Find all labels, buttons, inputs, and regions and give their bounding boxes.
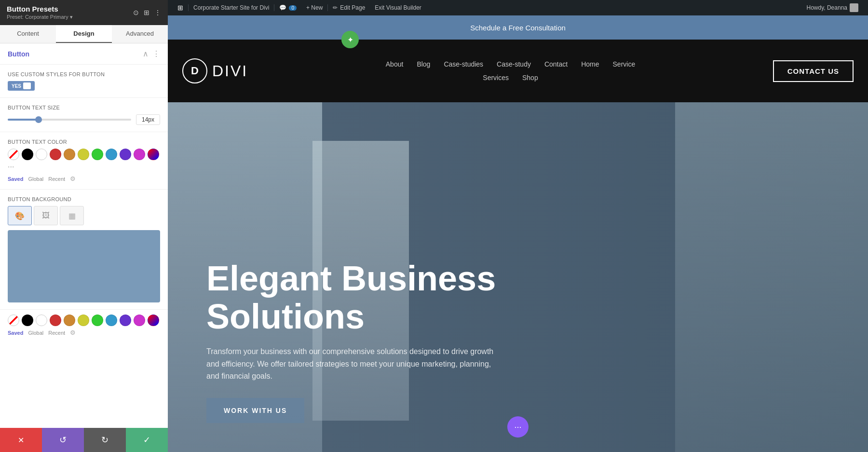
swatch-black[interactable] <box>22 149 33 160</box>
hero-content: Elegant Business Solutions Transform you… <box>206 260 544 423</box>
user-avatar <box>850 3 858 12</box>
nav-case-studies[interactable]: Case-studies <box>444 60 483 68</box>
swatch-indigo[interactable] <box>120 149 131 160</box>
bottom-recent-label[interactable]: Recent <box>48 330 65 336</box>
howdy-item[interactable]: Howdy, Deanna <box>802 0 864 15</box>
nav-case-study[interactable]: Case-study <box>497 60 531 68</box>
site-name-label: Corporate Starter Site for Divi <box>193 4 269 11</box>
swatch-yellow[interactable] <box>78 149 89 160</box>
bottom-swatch-violet[interactable] <box>134 315 145 326</box>
toggle-box <box>23 82 31 89</box>
redo-button[interactable]: ↻ <box>84 428 126 452</box>
site-name-item[interactable]: Corporate Starter Site for Divi <box>189 0 274 15</box>
bg-tab-pattern[interactable]: ▦ <box>60 206 84 225</box>
text-size-value[interactable]: 14px <box>136 114 160 125</box>
undo-icon: ↺ <box>59 435 67 445</box>
swatch-white[interactable] <box>36 149 47 160</box>
hero-description: Transform your business with our compreh… <box>206 345 496 383</box>
swatch-transparent[interactable] <box>8 149 19 160</box>
swatch-violet[interactable] <box>134 149 145 160</box>
confirm-button[interactable]: ✓ <box>126 428 168 452</box>
bg-label: Button Background <box>8 196 160 202</box>
bottom-global-label[interactable]: Global <box>28 330 43 336</box>
collapse-icon[interactable]: ∧ <box>143 49 149 58</box>
logo-circle: D <box>182 58 207 83</box>
use-custom-label: Use Custom Styles For Button <box>8 71 160 77</box>
slider-thumb[interactable] <box>35 116 42 123</box>
exit-builder-item[interactable]: Exit Visual Builder <box>370 0 426 15</box>
panel-icon-grid[interactable]: ⊞ <box>144 9 149 16</box>
divi-circle-button[interactable]: ✦ <box>341 31 359 48</box>
comment-icon: 💬 <box>279 4 286 11</box>
undo-button[interactable]: ↺ <box>42 428 84 452</box>
bottom-swatch-orange[interactable] <box>64 315 75 326</box>
panel-icon-more[interactable]: ⋮ <box>154 9 161 16</box>
text-size-track[interactable] <box>8 119 131 121</box>
nav-about[interactable]: About <box>386 60 404 68</box>
toggle-row: YES <box>8 81 160 91</box>
nav-contact[interactable]: Contact <box>544 60 568 68</box>
cancel-icon: ✕ <box>18 436 24 445</box>
nav-service[interactable]: Service <box>613 60 636 68</box>
saved-label[interactable]: Saved <box>8 176 23 182</box>
panel-icon-settings[interactable]: ⊙ <box>133 9 139 16</box>
tab-advanced[interactable]: Advanced <box>112 25 168 43</box>
float-dot-button[interactable]: ··· <box>507 416 529 438</box>
custom-styles-toggle[interactable]: YES <box>8 81 35 91</box>
new-item[interactable]: + New <box>301 0 327 15</box>
section-more-icon[interactable]: ⋮ <box>152 49 160 58</box>
nav-shop[interactable]: Shop <box>522 74 538 82</box>
bg-image-icon: 🖼 <box>42 211 50 220</box>
button-text-size-field: Button Text Size 14px <box>0 98 168 132</box>
tab-design[interactable]: Design <box>56 25 112 43</box>
nav-blog[interactable]: Blog <box>417 60 430 68</box>
swatch-red[interactable] <box>50 149 61 160</box>
contact-button[interactable]: CONTACT US <box>773 60 854 82</box>
color-gear-icon[interactable]: ⚙ <box>70 175 76 182</box>
redo-icon: ↻ <box>101 435 108 445</box>
nav-services[interactable]: Services <box>483 74 509 82</box>
color-swatches-top: ··· <box>8 149 160 171</box>
bottom-swatch-green[interactable] <box>92 315 103 326</box>
bottom-swatch-black[interactable] <box>22 315 33 326</box>
bg-tab-image[interactable]: 🖼 <box>34 206 58 225</box>
bottom-saved-label[interactable]: Saved <box>8 330 23 336</box>
bottom-swatches <box>8 315 160 326</box>
nav-home[interactable]: Home <box>581 60 599 68</box>
panel-subtitle[interactable]: Preset: Corporate Primary ▾ <box>7 14 73 20</box>
exit-builder-label: Exit Visual Builder <box>375 4 421 11</box>
announcement-bar: Schedule a Free Consultation <box>168 15 868 40</box>
bottom-swatch-yellow[interactable] <box>78 315 89 326</box>
swatch-more[interactable]: ··· <box>8 163 14 171</box>
bottom-gear-icon[interactable]: ⚙ <box>70 329 76 336</box>
text-size-slider-row: 14px <box>8 114 160 125</box>
swatch-orange[interactable] <box>64 149 75 160</box>
comments-item[interactable]: 💬 0 <box>274 0 301 15</box>
bottom-swatch-indigo[interactable] <box>120 315 131 326</box>
bg-tab-solid[interactable]: 🎨 <box>8 206 32 225</box>
tab-content[interactable]: Content <box>0 25 56 43</box>
cancel-button[interactable]: ✕ <box>0 428 42 452</box>
main-area: ✦ ⊞ Corporate Starter Site for Divi 💬 0 … <box>168 0 868 452</box>
swatch-gradient[interactable] <box>148 149 159 160</box>
wp-logo-item[interactable]: ⊞ <box>173 0 188 15</box>
site-nav: About Blog Case-studies Case-study Conta… <box>386 60 635 82</box>
bottom-swatch-blue[interactable] <box>106 315 117 326</box>
nav-row-1: About Blog Case-studies Case-study Conta… <box>386 60 635 68</box>
bottom-swatch-transparent[interactable] <box>8 315 19 326</box>
swatch-green[interactable] <box>92 149 103 160</box>
global-label[interactable]: Global <box>28 176 43 182</box>
bottom-swatch-gradient[interactable] <box>148 315 159 326</box>
confirm-icon: ✓ <box>143 435 150 445</box>
edit-page-item[interactable]: ✏ Edit Page <box>328 0 370 15</box>
hero-cta-button[interactable]: WORK WITH US <box>206 398 304 423</box>
bottom-swatch-red[interactable] <box>50 315 61 326</box>
swatch-blue[interactable] <box>106 149 117 160</box>
bg-preview <box>8 230 160 302</box>
howdy-label: Howdy, Deanna <box>807 4 848 11</box>
new-label: + New <box>306 4 323 11</box>
hero-title: Elegant Business Solutions <box>206 260 544 336</box>
bottom-swatch-white[interactable] <box>36 315 47 326</box>
recent-label[interactable]: Recent <box>48 176 65 182</box>
edit-page-label: Edit Page <box>340 4 365 11</box>
